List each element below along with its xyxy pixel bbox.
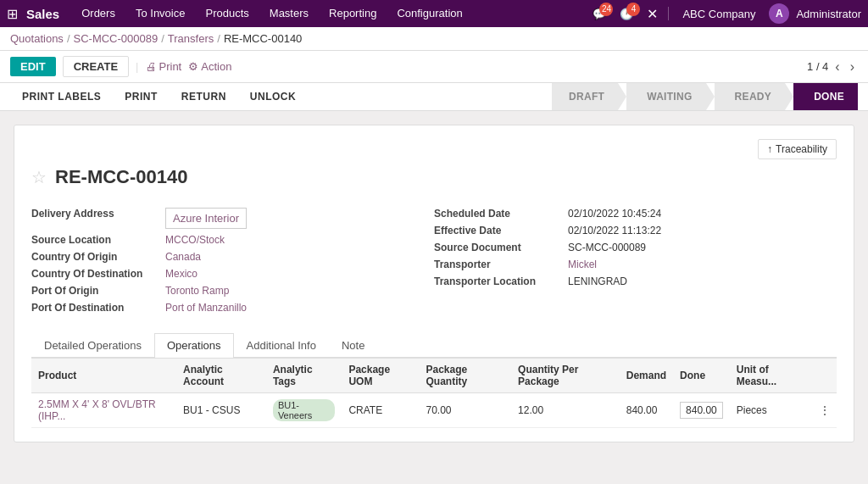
field-port-origin: Port Of Origin Toronto Ramp	[31, 282, 434, 299]
col-demand: Demand	[620, 359, 673, 393]
done-value: 840.00	[680, 402, 723, 419]
label-port-origin: Port Of Origin	[31, 285, 159, 297]
tab-additional-info[interactable]: Additional Info	[234, 333, 329, 357]
favorite-star-icon[interactable]: ☆	[31, 167, 47, 187]
source-document-value: SC-MCC-000089	[568, 242, 646, 253]
analytic-tag-badge: BU1-Veneers	[273, 399, 336, 421]
unlock-button[interactable]: UNLOCK	[238, 86, 308, 108]
pipeline-waiting[interactable]: WAITING	[626, 83, 705, 110]
action-action[interactable]: ⚙ Action	[188, 60, 231, 73]
traceability-icon: ↑	[767, 143, 772, 155]
source-location-value[interactable]: MCCO/Stock	[165, 234, 225, 246]
nav-masters[interactable]: Masters	[261, 0, 317, 27]
traceability-button[interactable]: ↑ Traceability	[758, 139, 837, 159]
breadcrumb-current: RE-MCC-00140	[224, 32, 302, 45]
field-effective-date: Effective Date 02/10/2022 11:13:22	[434, 222, 837, 239]
print-button[interactable]: PRINT	[113, 86, 170, 108]
tab-operations[interactable]: Operations	[154, 333, 234, 358]
country-origin-value[interactable]: Canada	[165, 251, 201, 263]
cell-done[interactable]: 840.00	[673, 393, 730, 428]
col-analytic-tags: Analytic Tags	[266, 359, 342, 393]
messages-icon[interactable]: 💬 24	[589, 4, 609, 24]
print-action[interactable]: 🖨 Print	[146, 60, 182, 73]
nav-configuration[interactable]: Configuration	[388, 0, 470, 27]
scheduled-date-value: 02/10/2022 10:45:24	[568, 208, 661, 220]
label-effective-date: Effective Date	[434, 225, 561, 236]
pipeline-arrow-2	[706, 83, 715, 110]
clock-badge: 4	[626, 3, 640, 16]
nav-reporting[interactable]: Reporting	[320, 0, 385, 27]
label-scheduled-date: Scheduled Date	[434, 208, 561, 220]
cell-demand: 840.00	[620, 393, 673, 428]
col-done: Done	[673, 359, 730, 393]
tab-note[interactable]: Note	[329, 333, 377, 357]
transporter-location-value: LENINGRAD	[568, 275, 627, 287]
port-destination-value[interactable]: Port of Manzanillo	[165, 302, 247, 314]
pipeline-arrow-1	[618, 83, 626, 110]
label-transporter-location: Transporter Location	[434, 275, 561, 287]
next-page-button[interactable]: ›	[847, 59, 858, 75]
close-icon[interactable]: ✕	[643, 3, 661, 25]
pipeline-done[interactable]: DONE	[793, 83, 858, 110]
field-country-destination: Country Of Destination Mexico	[31, 265, 434, 282]
label-country-origin: Country Of Origin	[31, 251, 159, 263]
transporter-value[interactable]: Mickel	[568, 259, 597, 270]
prev-page-button[interactable]: ‹	[832, 59, 843, 75]
top-navigation: ⊞ Sales Orders To Invoice Products Maste…	[0, 0, 868, 27]
field-delivery-address: Delivery Address Azure Interior	[31, 205, 434, 231]
breadcrumb-transfers[interactable]: Transfers	[168, 32, 214, 45]
cell-qty-per-package: 12.00	[511, 393, 620, 428]
label-port-destination: Port Of Destination	[31, 302, 159, 314]
field-transporter: Transporter Mickel	[434, 256, 837, 273]
operations-table: Product Analytic Account Analytic Tags P…	[31, 358, 837, 428]
cell-menu[interactable]: ⋮	[813, 393, 837, 428]
app-name: Sales	[26, 7, 59, 21]
company-name: ABC Company	[682, 8, 755, 20]
pipeline-draft[interactable]: DRAFT	[552, 83, 618, 110]
field-source-location: Source Location MCCO/Stock	[31, 231, 434, 248]
messages-badge: 24	[599, 3, 613, 16]
label-source-document: Source Document	[434, 242, 561, 253]
col-package-quantity: Package Quantity	[420, 359, 512, 393]
cell-package-quantity: 70.00	[420, 393, 512, 428]
nav-products[interactable]: Products	[197, 0, 257, 27]
print-labels-button[interactable]: PRINT LABELS	[10, 86, 113, 108]
create-button[interactable]: CREATE	[63, 56, 129, 77]
delivery-address-value[interactable]: Azure Interior	[165, 208, 247, 229]
clock-icon[interactable]: 🕐 4	[616, 4, 637, 24]
country-destination-value[interactable]: Mexico	[165, 268, 198, 280]
label-transporter: Transporter	[434, 259, 561, 270]
app-grid-icon[interactable]: ⊞	[7, 6, 18, 22]
pipeline-arrow-3	[785, 83, 793, 110]
col-unit: Unit of Measu...	[730, 359, 813, 393]
document-card: ↑ Traceability ☆ RE-MCC-00140 Delivery A…	[14, 125, 854, 442]
field-transporter-location: Transporter Location LENINGRAD	[434, 273, 837, 290]
pipeline-ready[interactable]: READY	[715, 83, 786, 110]
breadcrumb: Quotations / SC-MCC-000089 / Transfers /…	[0, 27, 868, 51]
nav-to-invoice[interactable]: To Invoice	[127, 0, 194, 27]
pipeline: DRAFT WAITING READY DONE	[552, 83, 858, 110]
label-delivery-address: Delivery Address	[31, 208, 159, 220]
nav-orders[interactable]: Orders	[73, 0, 124, 27]
effective-date-value: 02/10/2022 11:13:22	[568, 225, 661, 236]
user-avatar: A	[769, 3, 789, 24]
port-origin-value[interactable]: Toronto Ramp	[165, 285, 229, 297]
edit-button[interactable]: EDIT	[10, 57, 56, 76]
cell-unit: Pieces	[730, 393, 813, 428]
doc-title-row: ☆ RE-MCC-00140	[31, 166, 837, 188]
field-scheduled-date: Scheduled Date 02/10/2022 10:45:24	[434, 205, 837, 222]
col-actions	[813, 359, 837, 393]
breadcrumb-quotations[interactable]: Quotations	[10, 32, 64, 45]
breadcrumb-sc-mcc[interactable]: SC-MCC-000089	[74, 32, 159, 45]
tab-detailed-operations[interactable]: Detailed Operations	[31, 333, 154, 357]
status-bar: PRINT LABELS PRINT RETURN UNLOCK DRAFT W…	[0, 83, 868, 111]
action-icon: ⚙	[188, 60, 198, 73]
fields-grid: Delivery Address Azure Interior Source L…	[31, 205, 837, 316]
col-analytic-account: Analytic Account	[176, 359, 266, 393]
return-button[interactable]: RETURN	[170, 86, 238, 108]
label-country-destination: Country Of Destination	[31, 268, 159, 280]
cell-analytic-tags: BU1-Veneers	[266, 393, 342, 428]
cell-product: 2.5MM X 4' X 8' OVL/BTR (IHP...	[31, 393, 176, 428]
col-product: Product	[31, 359, 176, 393]
col-package-uom: Package UOM	[342, 359, 419, 393]
